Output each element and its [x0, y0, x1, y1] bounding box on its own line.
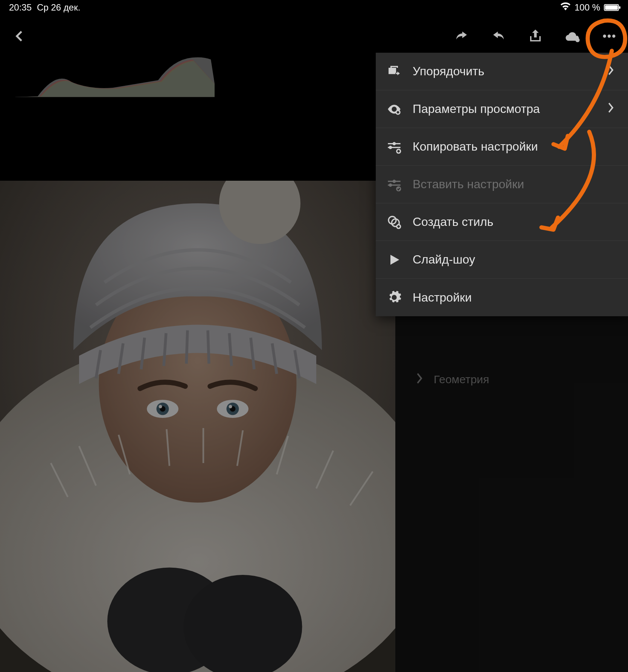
svg-line-13: [186, 331, 187, 364]
cloud-sync-button[interactable]: [562, 26, 582, 46]
share-button[interactable]: [526, 26, 545, 46]
redo-button[interactable]: [452, 26, 471, 46]
organize-icon: [386, 64, 402, 79]
back-button[interactable]: [9, 26, 29, 46]
panel-section-label: Геометрия: [434, 373, 489, 386]
menu-item-label: Параметры просмотра: [413, 102, 608, 116]
menu-item-copy-settings[interactable]: Копировать настройки: [376, 128, 628, 166]
svg-point-0: [575, 38, 579, 42]
status-bar: 20:35 Ср 26 дек. 100 %: [0, 0, 628, 15]
menu-item-label: Вставить настройки: [413, 177, 614, 191]
more-button[interactable]: [599, 26, 619, 46]
play-icon: [386, 252, 402, 268]
wifi-icon: [560, 2, 571, 13]
chevron-right-icon: [608, 64, 614, 78]
histogram: [15, 52, 215, 97]
create-preset-icon: [386, 214, 402, 230]
svg-point-39: [393, 142, 396, 145]
battery-icon: [604, 4, 619, 11]
status-time: 20:35: [9, 2, 32, 13]
svg-point-26: [229, 405, 232, 408]
svg-point-3: [612, 35, 615, 38]
chevron-right-icon: [608, 102, 614, 116]
menu-item-paste-settings: Вставить настройки: [376, 166, 628, 203]
menu-item-create-preset[interactable]: Создать стиль: [376, 203, 628, 241]
menu-item-label: Слайд-шоу: [413, 253, 614, 267]
menu-item-view-options[interactable]: Параметры просмотра: [376, 90, 628, 128]
svg-point-25: [159, 405, 162, 408]
svg-point-42: [393, 180, 396, 183]
menu-item-organize[interactable]: Упорядочить: [376, 53, 628, 90]
status-date: Ср 26 дек.: [37, 2, 80, 13]
battery-percent: 100 %: [575, 2, 600, 13]
panel-section-geometry[interactable]: Геометрия: [395, 361, 628, 398]
photo-preview[interactable]: [0, 181, 395, 672]
menu-item-label: Настройки: [413, 291, 614, 305]
more-dropdown: Упорядочить Параметры просмотра Копирова…: [376, 53, 628, 316]
menu-item-label: Создать стиль: [413, 215, 614, 229]
svg-line-14: [208, 331, 209, 364]
menu-item-label: Копировать настройки: [413, 140, 614, 154]
menu-item-slideshow[interactable]: Слайд-шоу: [376, 241, 628, 279]
sliders-paste-icon: [386, 177, 402, 192]
menu-item-label: Упорядочить: [413, 64, 608, 78]
svg-point-2: [608, 35, 611, 38]
view-options-icon: [386, 101, 402, 117]
chevron-right-icon: [416, 373, 424, 386]
gear-icon: [386, 290, 402, 305]
svg-point-43: [389, 183, 392, 187]
undo-button[interactable]: [489, 26, 508, 46]
svg-point-1: [603, 35, 606, 38]
menu-item-settings[interactable]: Настройки: [376, 279, 628, 316]
svg-point-40: [389, 146, 392, 149]
sliders-copy-icon: [386, 139, 402, 155]
app-toolbar: [0, 21, 628, 51]
